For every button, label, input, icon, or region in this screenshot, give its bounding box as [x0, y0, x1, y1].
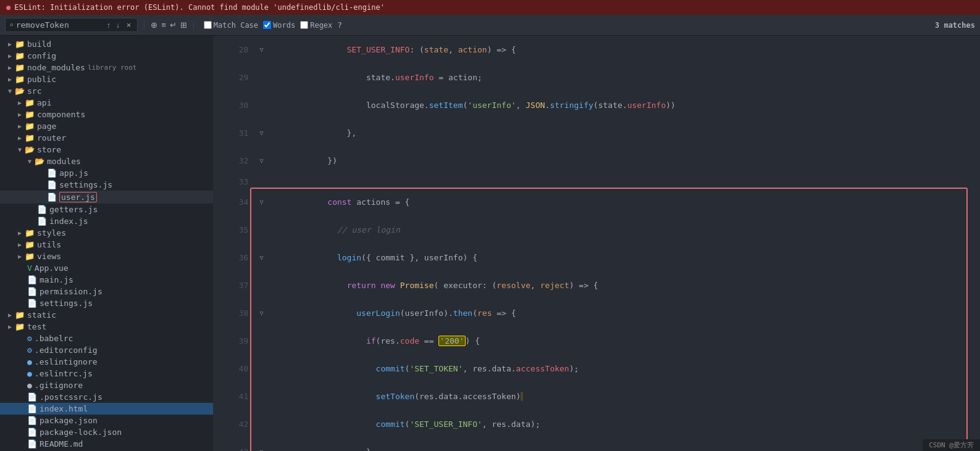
sidebar-item-index-js[interactable]: 📄 index.js	[0, 215, 213, 227]
sidebar-item-label: app.js	[59, 168, 88, 178]
sidebar-item-settings-js[interactable]: 📄 settings.js	[0, 179, 213, 191]
code-table: 28 ▽ SET_USER_INFO: (state, action) => {…	[213, 36, 980, 451]
sidebar-item-permission-js[interactable]: 📄 permission.js	[0, 286, 213, 297]
search-sort-icon[interactable]: ≡	[161, 20, 166, 30]
sidebar-item-label: styles	[37, 228, 66, 238]
sidebar-item-settings-js-root[interactable]: 📄 settings.js	[0, 297, 213, 309]
sidebar-item-gitignore[interactable]: ● .gitignore	[0, 379, 213, 391]
sidebar-item-app-js[interactable]: 📄 app.js	[0, 167, 213, 179]
match-case-checkbox[interactable]	[204, 21, 212, 29]
sidebar-item-components[interactable]: ▶ 📁 components	[0, 109, 213, 120]
line-content: login({ commit }, userInfo) {	[267, 244, 980, 271]
line-number: 34	[213, 188, 256, 216]
search-input-wrap[interactable]: ⌕ ↑ ↓ ×	[5, 18, 138, 32]
sidebar-item-src[interactable]: ▼ 📂 src	[0, 85, 213, 97]
line-number: 42	[213, 410, 256, 438]
sidebar-item-label: App.vue	[35, 263, 69, 273]
sidebar-item-label: config	[27, 51, 56, 60]
fold-gutter	[256, 64, 267, 91]
words-option[interactable]: Words	[263, 21, 295, 30]
sidebar-item-label: .postcssrc.js	[40, 392, 103, 402]
sidebar-item-package-json[interactable]: 📄 package.json	[0, 415, 213, 426]
match-case-option[interactable]: Match Case	[204, 21, 258, 30]
sidebar-item-styles[interactable]: ▶ 📁 styles	[0, 227, 213, 239]
sidebar-item-views[interactable]: ▶ 📁 views	[0, 250, 213, 262]
sidebar-item-test[interactable]: ▶ 📁 test	[0, 321, 213, 333]
sidebar-item-store[interactable]: ▼ 📂 store	[0, 144, 213, 155]
sidebar-item-api[interactable]: ▶ 📁 api	[0, 97, 213, 109]
sidebar-item-label: node_modules	[27, 63, 85, 72]
search-bar: ⌕ ↑ ↓ × ⊕ ≡ ↵ ⊞ Match Case Words Regex ?…	[0, 15, 980, 36]
fold-gutter	[256, 383, 267, 410]
table-row: 37 return new Promise( executor: (resolv…	[213, 271, 980, 299]
search-input[interactable]	[16, 20, 103, 30]
table-row: 33	[213, 175, 980, 188]
table-row: 29 state.userInfo = action;	[213, 64, 980, 91]
search-close-button[interactable]: ×	[124, 20, 134, 30]
line-number: 32	[213, 147, 256, 175]
config-icon: ⚙	[27, 345, 32, 355]
chevron-right-icon: ▶	[5, 323, 15, 330]
fold-gutter: ▽	[256, 244, 267, 271]
words-checkbox[interactable]	[263, 21, 271, 29]
search-wrap-icon[interactable]: ↵	[170, 20, 177, 30]
sidebar-item-modules[interactable]: ▼ 📂 modules	[0, 155, 213, 167]
sidebar-item-utils[interactable]: ▶ 📁 utils	[0, 239, 213, 250]
editor-area[interactable]: 28 ▽ SET_USER_INFO: (state, action) => {…	[213, 36, 980, 451]
sidebar: ▶ 📁 build ▶ 📁 config ▶ 📁 node_modules li…	[0, 36, 213, 451]
sidebar-item-main-js[interactable]: 📄 main.js	[0, 274, 213, 286]
search-filter-icon[interactable]: ⊕	[151, 20, 157, 30]
sidebar-item-postcssrc[interactable]: 📄 .postcssrc.js	[0, 391, 213, 403]
sidebar-item-app-vue[interactable]: V App.vue	[0, 262, 213, 274]
table-row: 38 ▽ userLogin(userInfo).then(res => {	[213, 299, 980, 327]
folder-icon: 📁	[25, 252, 35, 261]
folder-icon: 📁	[15, 39, 25, 49]
chevron-right-icon: ▶	[5, 76, 15, 83]
help-icon[interactable]: ?	[337, 20, 342, 30]
chevron-down-icon: ▼	[25, 158, 35, 165]
sidebar-item-router[interactable]: ▶ 📁 router	[0, 132, 213, 144]
fold-gutter: ▽	[256, 119, 267, 147]
sidebar-item-node-modules[interactable]: ▶ 📁 node_modules library root	[0, 62, 213, 73]
regex-option[interactable]: Regex	[300, 21, 332, 30]
line-number: 43	[213, 438, 256, 451]
sidebar-item-label: user.js	[59, 192, 97, 202]
main-layout: ▶ 📁 build ▶ 📁 config ▶ 📁 node_modules li…	[0, 36, 980, 451]
dot-icon: ●	[27, 381, 32, 390]
sidebar-item-readme[interactable]: 📄 README.md	[0, 438, 213, 450]
sidebar-item-public[interactable]: ▶ 📁 public	[0, 73, 213, 85]
js-icon: 📄	[27, 287, 37, 296]
line-content	[267, 175, 980, 188]
sidebar-item-eslintignore[interactable]: ● .eslintignore	[0, 356, 213, 368]
table-row: 42 commit('SET_USER_INFO', res.data);	[213, 410, 980, 438]
sidebar-item-page[interactable]: ▶ 📁 page	[0, 120, 213, 132]
table-row: 43 ▽ }	[213, 438, 980, 451]
sidebar-item-babelrc[interactable]: ⚙ .babelrc	[0, 333, 213, 344]
table-row: 28 ▽ SET_USER_INFO: (state, action) => {	[213, 36, 980, 64]
js-icon: 📄	[37, 217, 47, 226]
sidebar-item-label: .gitignore	[35, 381, 83, 390]
error-bar: ● ESLint: Initialization error (ESLint).…	[0, 0, 980, 15]
sidebar-item-config[interactable]: ▶ 📁 config	[0, 50, 213, 62]
search-prev-button[interactable]: ↑	[105, 20, 112, 30]
search-next-button[interactable]: ↓	[114, 20, 122, 30]
sidebar-item-eslintrc[interactable]: ● .eslintrc.js	[0, 368, 213, 379]
sidebar-item-static[interactable]: ▶ 📁 static	[0, 309, 213, 321]
sidebar-item-label: modules	[47, 157, 81, 166]
sidebar-item-label: index.html	[40, 404, 88, 413]
fold-gutter: ▽	[256, 299, 267, 327]
table-row: 39 if(res.code == '200') {	[213, 327, 980, 355]
fold-gutter: ▽	[256, 36, 267, 64]
sidebar-item-index-html[interactable]: 📄 index.html	[0, 403, 213, 415]
table-row: 31 ▽ },	[213, 119, 980, 147]
sidebar-item-user-js[interactable]: 📄 user.js	[0, 191, 213, 204]
sidebar-item-build[interactable]: ▶ 📁 build	[0, 38, 213, 50]
search-nav-buttons: ↑ ↓	[105, 20, 122, 30]
sidebar-item-label: .babelrc	[35, 334, 73, 343]
search-filter2-icon[interactable]: ⊞	[180, 20, 187, 30]
regex-checkbox[interactable]	[300, 21, 308, 29]
sidebar-item-getters-js[interactable]: 📄 getters.js	[0, 204, 213, 215]
sidebar-item-package-lock-json[interactable]: 📄 package-lock.json	[0, 426, 213, 438]
sidebar-item-editorconfig[interactable]: ⚙ .editorconfig	[0, 344, 213, 356]
folder-icon: 📁	[15, 322, 25, 331]
